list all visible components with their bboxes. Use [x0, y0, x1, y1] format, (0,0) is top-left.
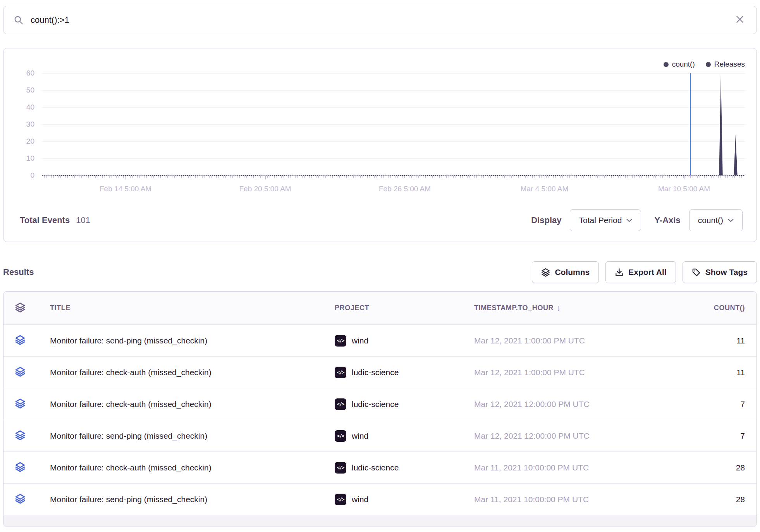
- yaxis-label: Y-Axis: [654, 215, 680, 225]
- issue-title: Monitor failure: send-ping (missed_check…: [50, 336, 335, 345]
- results-header-row: Results Columns Export All Show Tags: [3, 261, 757, 283]
- y-axis-label: 0: [3, 171, 34, 180]
- timestamp-value: Mar 12, 2021 12:00:00 PM UTC: [474, 431, 679, 441]
- chevron-down-icon: [728, 219, 734, 222]
- layers-icon: [541, 268, 550, 277]
- legend-dot-releases-icon: [706, 62, 711, 67]
- clear-search-icon[interactable]: [733, 13, 746, 27]
- legend-label: count(): [672, 60, 695, 69]
- timestamp-value: Mar 12, 2021 12:00:00 PM UTC: [474, 400, 679, 409]
- project-platform-icon: </>: [335, 398, 346, 410]
- timestamp-value: Mar 12, 2021 1:00:00 PM UTC: [474, 336, 679, 345]
- issue-title: Monitor failure: send-ping (missed_check…: [50, 495, 335, 504]
- search-bar[interactable]: [3, 6, 757, 34]
- results-title: Results: [3, 267, 34, 277]
- download-icon: [615, 268, 624, 277]
- sort-desc-icon: ↓: [557, 304, 561, 312]
- count-value: 7: [679, 400, 745, 409]
- stack-icon: [15, 398, 50, 410]
- stack-icon: [15, 367, 50, 378]
- count-value: 11: [679, 368, 745, 377]
- project-name: ludic-science: [352, 463, 399, 472]
- stack-icon: [15, 302, 50, 314]
- project-platform-icon: </>: [335, 430, 346, 442]
- total-events-label: Total Events: [20, 215, 70, 225]
- table-row[interactable]: Monitor failure: check-auth (missed_chec…: [3, 388, 757, 420]
- stack-icon: [15, 430, 50, 442]
- x-axis-tick: [126, 176, 126, 179]
- x-axis-label: Mar 4 5:00 AM: [521, 185, 569, 193]
- count-value: 7: [679, 431, 745, 441]
- display-dropdown[interactable]: Total Period: [570, 209, 641, 231]
- project-cell: </> ludic-science: [335, 462, 474, 474]
- y-axis-label: 40: [3, 103, 34, 112]
- project-name: ludic-science: [352, 400, 399, 409]
- y-axis-label: 20: [3, 137, 34, 146]
- search-input[interactable]: [31, 15, 733, 25]
- columns-button-label: Columns: [555, 268, 590, 277]
- count-spike: [734, 134, 737, 175]
- x-axis-tick: [265, 176, 266, 179]
- legend-dot-count-icon: [664, 62, 669, 67]
- project-cell: </> wind: [335, 494, 474, 505]
- chart-legend: count() Releases: [664, 60, 745, 69]
- columns-button[interactable]: Columns: [532, 261, 599, 283]
- x-axis-minor-ticks: [42, 176, 745, 178]
- count-spike: [719, 75, 722, 175]
- issue-title: Monitor failure: check-auth (missed_chec…: [50, 400, 335, 409]
- project-cell: </> ludic-science: [335, 398, 474, 410]
- display-label: Display: [531, 215, 561, 225]
- chevron-down-icon: [626, 219, 632, 222]
- x-axis-tick: [545, 176, 545, 179]
- project-cell: </> ludic-science: [335, 367, 474, 378]
- project-name: ludic-science: [352, 368, 399, 377]
- chart-plot[interactable]: [42, 73, 745, 175]
- results-table: TITLE PROJECT TIMESTAMP.TO_HOUR ↓ COUNT(…: [3, 291, 757, 527]
- project-name: wind: [352, 336, 368, 345]
- stack-icon: [15, 462, 50, 474]
- project-platform-icon: </>: [335, 367, 346, 378]
- release-marker-line[interactable]: [690, 73, 691, 175]
- display-dropdown-value: Total Period: [579, 216, 622, 225]
- x-axis-label: Feb 26 5:00 AM: [379, 185, 431, 193]
- column-header-count[interactable]: COUNT(): [679, 304, 745, 312]
- table-row[interactable]: Monitor failure: send-ping (missed_check…: [3, 420, 757, 452]
- total-events-value: 101: [76, 215, 90, 225]
- legend-item-count[interactable]: count(): [664, 60, 695, 69]
- stack-icon: [15, 494, 50, 505]
- column-header-timestamp[interactable]: TIMESTAMP.TO_HOUR ↓: [474, 304, 679, 312]
- search-icon: [14, 15, 24, 25]
- y-axis-label: 50: [3, 86, 34, 94]
- project-name: wind: [352, 495, 368, 504]
- show-tags-button[interactable]: Show Tags: [683, 261, 757, 283]
- yaxis-dropdown[interactable]: count(): [689, 209, 743, 231]
- project-platform-icon: </>: [335, 335, 346, 347]
- x-axis-labels: Feb 14 5:00 AMFeb 20 5:00 AMFeb 26 5:00 …: [42, 180, 745, 197]
- table-row[interactable]: Monitor failure: check-auth (missed_chec…: [3, 452, 757, 484]
- legend-label: Releases: [714, 60, 745, 69]
- events-chart-panel: count() Releases 0102030405060 Feb 14 5:…: [3, 48, 757, 242]
- x-axis-label: Mar 10 5:00 AM: [658, 185, 710, 193]
- table-row[interactable]: Monitor failure: send-ping (missed_check…: [3, 484, 757, 515]
- x-axis-tick: [684, 176, 684, 179]
- column-header-project[interactable]: PROJECT: [335, 304, 474, 312]
- export-all-button[interactable]: Export All: [605, 261, 676, 283]
- count-value: 28: [679, 495, 745, 504]
- legend-item-releases[interactable]: Releases: [706, 60, 745, 69]
- count-value: 28: [679, 463, 745, 472]
- table-row[interactable]: Monitor failure: check-auth (missed_chec…: [3, 357, 757, 388]
- table-body: Monitor failure: send-ping (missed_check…: [3, 325, 757, 515]
- project-platform-icon: </>: [335, 494, 346, 505]
- column-header-title[interactable]: TITLE: [50, 304, 335, 312]
- chart-footer: Total Events 101 Display Total Period Y-…: [3, 201, 757, 242]
- table-row[interactable]: Monitor failure: send-ping (missed_check…: [3, 325, 757, 357]
- show-tags-button-label: Show Tags: [705, 268, 748, 277]
- export-all-button-label: Export All: [628, 268, 666, 277]
- x-axis-label: Feb 14 5:00 AM: [100, 185, 151, 193]
- column-header-timestamp-label: TIMESTAMP.TO_HOUR: [474, 304, 554, 312]
- stack-icon: [15, 335, 50, 347]
- project-name: wind: [352, 431, 368, 441]
- issue-title: Monitor failure: send-ping (missed_check…: [50, 431, 335, 441]
- project-cell: </> wind: [335, 335, 474, 347]
- issue-title: Monitor failure: check-auth (missed_chec…: [50, 463, 335, 472]
